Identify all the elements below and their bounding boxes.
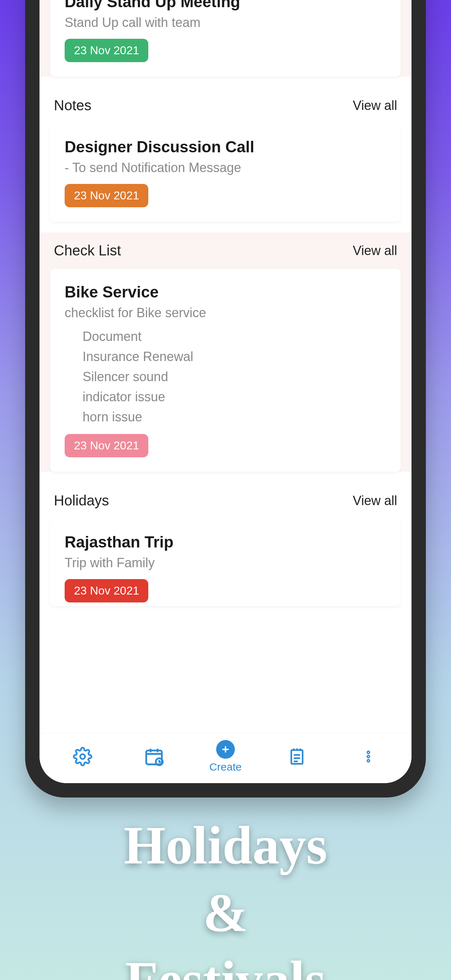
- notes-section-title: Notes: [54, 97, 92, 113]
- checklist-item: Insurance Renewal: [83, 349, 386, 364]
- notepad-icon: [286, 745, 308, 768]
- holidays-header: Holidays View all: [50, 482, 401, 519]
- promo-headline: Holidays & Festivals: [0, 812, 451, 980]
- headline-line: Festivals: [125, 950, 326, 980]
- checklist-header: Check List View all: [50, 232, 401, 269]
- note-card[interactable]: Designer Discussion Call - To send Notif…: [50, 124, 401, 222]
- nav-notes[interactable]: [277, 745, 317, 768]
- holiday-card[interactable]: Rajasthan Trip Trip with Family 23 Nov 2…: [50, 519, 401, 606]
- checklist-item: indicator issue: [83, 390, 386, 404]
- checklist-items: Document Insurance Renewal Silencer soun…: [65, 329, 386, 425]
- nav-calendar[interactable]: [134, 745, 174, 768]
- checklist-date-pill: 23 Nov 2021: [65, 434, 148, 457]
- headline-line: Holidays: [124, 816, 327, 875]
- holidays-section-title: Holidays: [54, 493, 109, 509]
- svg-point-6: [367, 759, 370, 762]
- scroll-content[interactable]: Daily Stand Up Meeting Stand Up call wit…: [40, 0, 411, 733]
- holiday-title: Rajasthan Trip: [65, 533, 386, 551]
- nav-more[interactable]: [349, 745, 388, 768]
- holiday-subtitle: Trip with Family: [65, 555, 386, 571]
- checklist-section-title: Check List: [54, 242, 121, 259]
- checklist-item: horn issue: [83, 409, 386, 425]
- headline-line: &: [203, 883, 248, 943]
- event-subtitle: Stand Up call with team: [65, 15, 386, 30]
- checklist-subtitle: checklist for Bike service: [65, 305, 386, 320]
- event-date-pill: 23 Nov 2021: [65, 39, 148, 62]
- nav-create[interactable]: Create: [206, 740, 245, 773]
- event-title: Daily Stand Up Meeting: [65, 0, 386, 11]
- note-date-pill: 23 Nov 2021: [65, 184, 148, 207]
- checklist-section: Check List View all Bike Service checkli…: [40, 232, 411, 472]
- svg-point-0: [80, 754, 85, 759]
- nav-create-label: Create: [210, 761, 241, 773]
- plus-icon: [216, 740, 235, 759]
- checklist-card[interactable]: Bike Service checklist for Bike service …: [50, 269, 401, 472]
- notes-header: Notes View all: [50, 87, 401, 124]
- event-card[interactable]: Daily Stand Up Meeting Stand Up call wit…: [50, 0, 401, 76]
- events-section: Daily Stand Up Meeting Stand Up call wit…: [40, 0, 411, 76]
- holidays-view-all[interactable]: View all: [353, 493, 397, 508]
- phone-screen: Daily Stand Up Meeting Stand Up call wit…: [40, 0, 411, 783]
- svg-point-4: [367, 751, 370, 754]
- calendar-icon: [143, 745, 165, 768]
- notes-view-all[interactable]: View all: [353, 98, 397, 113]
- checklist-item: Document: [83, 329, 386, 344]
- checklist-item: Silencer sound: [83, 369, 386, 384]
- more-vertical-icon: [357, 745, 380, 768]
- phone-frame: Daily Stand Up Meeting Stand Up call wit…: [25, 0, 426, 797]
- svg-point-5: [367, 755, 370, 757]
- note-subtitle: - To send Notification Message: [65, 160, 386, 175]
- checklist-view-all[interactable]: View all: [353, 243, 397, 258]
- note-title: Designer Discussion Call: [65, 138, 386, 156]
- gear-icon: [71, 745, 94, 768]
- holiday-date-pill: 23 Nov 2021: [65, 579, 148, 603]
- holidays-section: Holidays View all Rajasthan Trip Trip wi…: [40, 482, 411, 606]
- bottom-nav: Create: [40, 733, 411, 783]
- notes-section: Notes View all Designer Discussion Call …: [40, 87, 411, 222]
- checklist-title: Bike Service: [65, 283, 386, 301]
- nav-settings[interactable]: [63, 745, 102, 768]
